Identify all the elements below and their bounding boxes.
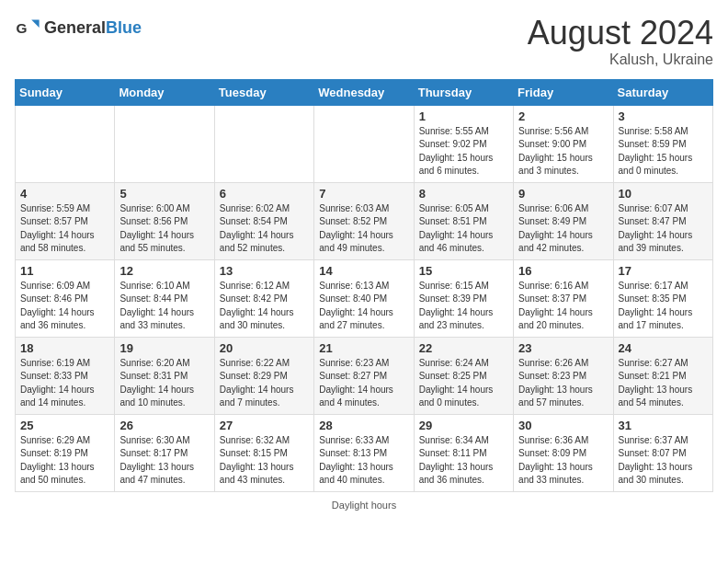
day-info: Sunrise: 6:06 AM Sunset: 8:49 PM Dayligh… [518, 202, 608, 256]
day-number: 12 [119, 264, 209, 278]
calendar-day-cell: 12Sunrise: 6:10 AM Sunset: 8:44 PM Dayli… [115, 259, 214, 337]
day-info: Sunrise: 6:37 AM Sunset: 8:07 PM Dayligh… [619, 434, 708, 488]
day-number: 24 [619, 341, 708, 355]
day-number: 1 [419, 109, 508, 123]
day-number: 16 [518, 264, 608, 278]
calendar-day-cell: 27Sunrise: 6:32 AM Sunset: 8:15 PM Dayli… [214, 414, 313, 491]
calendar-day-cell: 6Sunrise: 6:02 AM Sunset: 8:54 PM Daylig… [214, 182, 313, 259]
day-info: Sunrise: 6:23 AM Sunset: 8:27 PM Dayligh… [319, 357, 408, 410]
day-number: 2 [518, 109, 608, 123]
day-info: Sunrise: 6:29 AM Sunset: 8:19 PM Dayligh… [20, 434, 109, 488]
calendar-day-cell: 15Sunrise: 6:15 AM Sunset: 8:39 PM Dayli… [414, 259, 513, 337]
day-info: Sunrise: 6:22 AM Sunset: 8:29 PM Dayligh… [220, 357, 309, 410]
calendar-day-cell: 10Sunrise: 6:07 AM Sunset: 8:47 PM Dayli… [613, 182, 712, 259]
day-number: 13 [220, 264, 309, 278]
logo-general-text: General [44, 18, 106, 37]
calendar-day-cell: 13Sunrise: 6:12 AM Sunset: 8:42 PM Dayli… [214, 259, 313, 337]
day-number: 8 [419, 187, 508, 201]
day-number: 15 [419, 264, 508, 278]
day-number: 23 [518, 341, 608, 355]
day-info: Sunrise: 6:13 AM Sunset: 8:40 PM Dayligh… [319, 280, 408, 333]
calendar-day-cell: 22Sunrise: 6:24 AM Sunset: 8:25 PM Dayli… [414, 337, 513, 414]
calendar-day-cell: 17Sunrise: 6:17 AM Sunset: 8:35 PM Dayli… [613, 259, 712, 337]
day-info: Sunrise: 6:30 AM Sunset: 8:17 PM Dayligh… [119, 434, 209, 488]
day-info: Sunrise: 6:24 AM Sunset: 8:25 PM Dayligh… [419, 357, 508, 410]
location-subtitle: Kalush, Ukraine [528, 52, 713, 68]
day-number: 22 [419, 341, 508, 355]
calendar-day-cell: 9Sunrise: 6:06 AM Sunset: 8:49 PM Daylig… [514, 182, 613, 259]
calendar-day-cell: 8Sunrise: 6:05 AM Sunset: 8:51 PM Daylig… [414, 182, 513, 259]
calendar-day-cell: 16Sunrise: 6:16 AM Sunset: 8:37 PM Dayli… [514, 259, 613, 337]
calendar-week-row: 18Sunrise: 6:19 AM Sunset: 8:33 PM Dayli… [16, 337, 713, 414]
day-info: Sunrise: 5:59 AM Sunset: 8:57 PM Dayligh… [20, 202, 109, 256]
logo: G GeneralBlue [15, 15, 142, 40]
calendar-day-cell: 11Sunrise: 6:09 AM Sunset: 8:46 PM Dayli… [16, 259, 115, 337]
calendar-day-cell: 5Sunrise: 6:00 AM Sunset: 8:56 PM Daylig… [115, 182, 214, 259]
day-info: Sunrise: 6:02 AM Sunset: 8:54 PM Dayligh… [220, 202, 309, 256]
calendar-day-cell: 24Sunrise: 6:27 AM Sunset: 8:21 PM Dayli… [613, 337, 712, 414]
day-number: 26 [119, 419, 209, 432]
day-number: 3 [619, 109, 708, 123]
day-number: 20 [220, 341, 309, 355]
day-info: Sunrise: 6:17 AM Sunset: 8:35 PM Dayligh… [619, 280, 708, 333]
calendar-day-header: Wednesday [314, 79, 414, 105]
calendar-day-cell: 29Sunrise: 6:34 AM Sunset: 8:11 PM Dayli… [414, 414, 513, 491]
day-info: Sunrise: 6:12 AM Sunset: 8:42 PM Dayligh… [220, 280, 309, 333]
calendar-week-row: 1Sunrise: 5:55 AM Sunset: 9:02 PM Daylig… [16, 105, 713, 182]
calendar-day-header: Sunday [16, 79, 115, 105]
calendar-day-cell: 30Sunrise: 6:36 AM Sunset: 8:09 PM Dayli… [514, 414, 613, 491]
calendar-day-cell: 14Sunrise: 6:13 AM Sunset: 8:40 PM Dayli… [314, 259, 414, 337]
day-info: Sunrise: 6:34 AM Sunset: 8:11 PM Dayligh… [419, 434, 508, 488]
day-number: 29 [419, 419, 508, 432]
day-info: Sunrise: 6:00 AM Sunset: 8:56 PM Dayligh… [119, 202, 209, 256]
calendar-day-cell: 1Sunrise: 5:55 AM Sunset: 9:02 PM Daylig… [414, 105, 513, 182]
calendar-day-header: Thursday [414, 79, 513, 105]
day-info: Sunrise: 5:55 AM Sunset: 9:02 PM Dayligh… [419, 125, 508, 178]
calendar-week-row: 25Sunrise: 6:29 AM Sunset: 8:19 PM Dayli… [16, 414, 713, 491]
calendar-day-cell: 21Sunrise: 6:23 AM Sunset: 8:27 PM Dayli… [314, 337, 414, 414]
day-number: 17 [619, 264, 708, 278]
calendar-day-cell [314, 105, 414, 182]
calendar-week-row: 4Sunrise: 5:59 AM Sunset: 8:57 PM Daylig… [16, 182, 713, 259]
calendar-day-cell: 2Sunrise: 5:56 AM Sunset: 9:00 PM Daylig… [514, 105, 613, 182]
day-number: 18 [20, 341, 109, 355]
day-info: Sunrise: 6:20 AM Sunset: 8:31 PM Dayligh… [119, 357, 209, 410]
calendar-header-row: SundayMondayTuesdayWednesdayThursdayFrid… [16, 79, 713, 105]
day-number: 11 [20, 264, 109, 278]
day-number: 19 [119, 341, 209, 355]
day-number: 31 [619, 419, 708, 432]
calendar-day-cell [16, 105, 115, 182]
calendar-day-cell [214, 105, 313, 182]
day-info: Sunrise: 6:15 AM Sunset: 8:39 PM Dayligh… [419, 280, 508, 333]
calendar-day-header: Saturday [613, 79, 712, 105]
day-number: 30 [518, 419, 608, 432]
day-info: Sunrise: 6:32 AM Sunset: 8:15 PM Dayligh… [220, 434, 309, 488]
day-number: 10 [619, 187, 708, 201]
day-info: Sunrise: 5:56 AM Sunset: 9:00 PM Dayligh… [518, 125, 608, 178]
logo-icon: G [15, 15, 40, 40]
calendar-day-cell: 20Sunrise: 6:22 AM Sunset: 8:29 PM Dayli… [214, 337, 313, 414]
day-number: 9 [518, 187, 608, 201]
day-number: 27 [220, 419, 309, 432]
day-number: 21 [319, 341, 408, 355]
day-number: 25 [20, 419, 109, 432]
day-info: Sunrise: 6:09 AM Sunset: 8:46 PM Dayligh… [20, 280, 109, 333]
calendar-week-row: 11Sunrise: 6:09 AM Sunset: 8:46 PM Dayli… [16, 259, 713, 337]
calendar-day-header: Tuesday [214, 79, 313, 105]
day-number: 14 [319, 264, 408, 278]
calendar-day-cell: 3Sunrise: 5:58 AM Sunset: 8:59 PM Daylig… [613, 105, 712, 182]
calendar-day-header: Monday [115, 79, 214, 105]
day-info: Sunrise: 5:58 AM Sunset: 8:59 PM Dayligh… [619, 125, 708, 178]
day-info: Sunrise: 6:27 AM Sunset: 8:21 PM Dayligh… [619, 357, 708, 410]
calendar-day-cell: 28Sunrise: 6:33 AM Sunset: 8:13 PM Dayli… [314, 414, 414, 491]
calendar-day-cell: 25Sunrise: 6:29 AM Sunset: 8:19 PM Dayli… [16, 414, 115, 491]
calendar-day-cell: 7Sunrise: 6:03 AM Sunset: 8:52 PM Daylig… [314, 182, 414, 259]
day-number: 5 [119, 187, 209, 201]
calendar-day-cell [115, 105, 214, 182]
footer-note: Daylight hours [15, 500, 713, 511]
day-number: 7 [319, 187, 408, 201]
day-number: 6 [220, 187, 309, 201]
day-info: Sunrise: 6:10 AM Sunset: 8:44 PM Dayligh… [119, 280, 209, 333]
day-info: Sunrise: 6:16 AM Sunset: 8:37 PM Dayligh… [518, 280, 608, 333]
calendar-day-cell: 18Sunrise: 6:19 AM Sunset: 8:33 PM Dayli… [16, 337, 115, 414]
